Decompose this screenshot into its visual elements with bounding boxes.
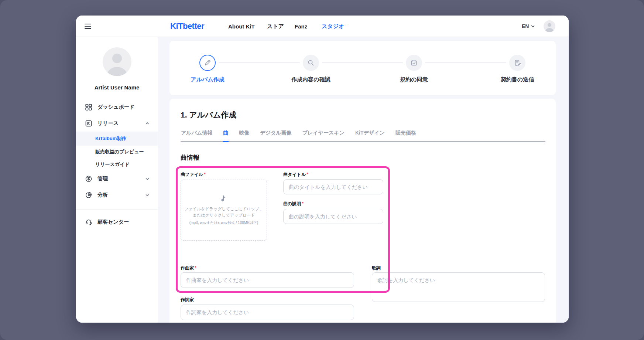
required-mark: * — [204, 172, 206, 177]
dropzone-text-line2: またはクリックしてアップロード — [193, 212, 255, 218]
tab-sale-price[interactable]: 販売価格 — [395, 127, 417, 142]
artist-avatar[interactable] — [103, 47, 131, 76]
sidebar-item-label: 顧客センター — [97, 219, 129, 225]
tab-player-skin[interactable]: プレイヤースキン — [302, 127, 345, 142]
sidebar-item-label: 管理 — [97, 176, 108, 182]
tab-kit-design[interactable]: KiTデザイン — [355, 127, 385, 142]
person-icon — [103, 47, 131, 76]
step-album-create[interactable]: アルバム作成 — [178, 55, 237, 83]
top-navbar: KiTbetter About KiT ストア Fanz スタジオ EN — [76, 16, 569, 37]
sidebar-item-release-guide[interactable]: リリースガイド — [76, 158, 158, 171]
contract-send-icon — [514, 59, 521, 66]
sidebar-item-kitalbum-create[interactable]: KiTalbum制作 — [76, 132, 158, 146]
sidebar-divider — [76, 209, 158, 210]
chevron-down-icon — [145, 193, 150, 197]
sidebar-item-label: 分析 — [97, 192, 108, 198]
sidebar-item-release[interactable]: リリース — [76, 115, 158, 132]
support-headset-icon — [85, 218, 92, 226]
brand-logo[interactable]: KiTbetter — [170, 21, 204, 31]
language-label: EN — [522, 23, 529, 29]
sidebar-menu: ダッシュボード リリース KiTalbum制作 販売収益のプレビュー リリースガ… — [76, 99, 158, 230]
dashboard-icon — [85, 103, 92, 111]
user-avatar[interactable] — [544, 20, 555, 32]
lyricist-label: 作詞家 — [181, 297, 194, 303]
analytics-icon — [85, 191, 92, 199]
album-create-card: 1. アルバム作成 アルバム情報 曲 映像 デジタル画像 プレイヤースキン Ki… — [169, 99, 556, 323]
sidebar-item-analytics[interactable]: 分析 — [76, 187, 158, 203]
main-content: アルバム作成 作成内容の確認 規約の同意 — [158, 37, 569, 323]
song-description-input[interactable] — [283, 209, 383, 224]
nav-link-fanz[interactable]: Fanz — [295, 23, 307, 29]
pencil-icon — [204, 59, 211, 66]
step-send-contract[interactable]: 契約書の送信 — [488, 55, 547, 83]
tab-video[interactable]: 映像 — [239, 127, 250, 142]
tab-digital-image[interactable]: デジタル画像 — [260, 127, 292, 142]
release-icon — [85, 120, 92, 127]
app-window: KiTbetter About KiT ストア Fanz スタジオ EN Art… — [76, 16, 569, 323]
chevron-down-icon — [145, 177, 150, 181]
terms-check-icon — [411, 59, 417, 66]
chevron-down-icon — [531, 24, 535, 28]
sidebar-item-customer-center[interactable]: 顧客センター — [76, 214, 158, 230]
music-note-icon — [221, 195, 227, 202]
section-title: 1. アルバム作成 — [181, 110, 236, 120]
song-file-label: 曲ファイル* — [181, 171, 206, 178]
step-terms-agreement[interactable]: 規約の同意 — [384, 55, 443, 83]
song-file-dropzone[interactable]: ファイルをドラッグしてここにドロップ、 またはクリックしてアップロード (mp3… — [181, 180, 267, 241]
required-mark: * — [302, 201, 304, 206]
tab-song[interactable]: 曲 — [223, 127, 229, 142]
sidebar-item-manage[interactable]: 管理 — [76, 171, 158, 187]
song-title-label: 曲タイトル* — [283, 171, 308, 178]
step-review-content[interactable]: 作成内容の確認 — [281, 55, 340, 83]
artist-user-name: Artist User Name — [76, 84, 158, 91]
nav-link-about[interactable]: About KiT — [228, 23, 255, 29]
sidebar-item-label: リリース — [97, 120, 119, 127]
lyricist-input[interactable] — [181, 305, 354, 320]
dropzone-hint: (mp3, wavまたはx-wav形式 / 100MB以下) — [189, 220, 258, 225]
song-description-label: 曲の説明* — [283, 201, 304, 207]
album-tabs: アルバム情報 曲 映像 デジタル画像 プレイヤースキン KiTデザイン 販売価格 — [181, 127, 545, 142]
dropzone-text-line1: ファイルをドラッグしてここにドロップ、 — [184, 206, 263, 212]
hamburger-menu-icon[interactable] — [85, 24, 91, 29]
nav-link-studio[interactable]: スタジオ — [322, 23, 344, 30]
chevron-up-icon — [145, 121, 150, 126]
required-mark: * — [306, 172, 308, 177]
stepper-card: アルバム作成 作成内容の確認 規約の同意 — [169, 41, 556, 95]
search-icon — [308, 59, 314, 66]
language-selector[interactable]: EN — [522, 23, 535, 29]
composer-input[interactable] — [181, 272, 354, 288]
sidebar-item-revenue-preview[interactable]: 販売収益のプレビュー — [76, 146, 158, 158]
sidebar: Artist User Name ダッシュボード リリース KiTalbum制作 — [76, 37, 158, 323]
lyrics-label: 歌詞 — [372, 265, 381, 271]
composer-label: 作曲家* — [181, 265, 196, 271]
nav-link-store[interactable]: ストア — [267, 23, 284, 30]
song-title-input[interactable] — [283, 179, 383, 194]
person-icon — [544, 20, 555, 32]
manage-icon — [85, 175, 92, 183]
tab-album-info[interactable]: アルバム情報 — [181, 127, 213, 142]
sidebar-item-dashboard[interactable]: ダッシュボード — [76, 99, 158, 115]
lyrics-textarea[interactable] — [372, 272, 545, 302]
required-mark: * — [195, 265, 196, 271]
song-info-title: 曲情報 — [181, 153, 199, 162]
sidebar-item-label: ダッシュボード — [97, 104, 134, 110]
